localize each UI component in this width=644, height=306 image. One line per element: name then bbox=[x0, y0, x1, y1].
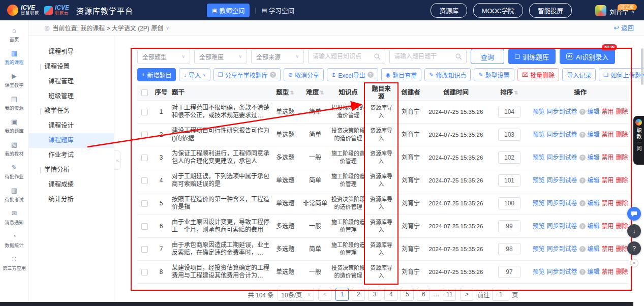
disable-link[interactable]: 禁用 bbox=[602, 131, 614, 139]
import-button[interactable]: ↓导入∨ bbox=[179, 68, 210, 81]
sidebar-item-data-statistics[interactable]: ◔数据统计 bbox=[0, 229, 28, 252]
menu-item-course-design[interactable]: 课程设计 bbox=[29, 118, 114, 133]
edit-link[interactable]: 编辑 bbox=[588, 246, 600, 253]
learning-space-tab[interactable]: ▤ 学习空间 bbox=[262, 6, 294, 15]
row-checkbox[interactable] bbox=[141, 223, 148, 230]
user-menu[interactable]: 正式版 刘育宁 ∨ bbox=[595, 4, 637, 17]
row-checkbox[interactable] bbox=[141, 246, 148, 253]
row-checkbox[interactable] bbox=[141, 109, 148, 115]
preview-link[interactable]: 预览 bbox=[532, 154, 544, 162]
row-order-input[interactable] bbox=[498, 266, 520, 278]
sidebar-item-my-resources[interactable]: ▤我的资源 bbox=[0, 92, 28, 115]
question-type-select[interactable]: 全部题型 ∨ bbox=[137, 49, 190, 64]
sync-to-paper-link[interactable]: 同步到试卷 bbox=[546, 200, 577, 207]
row-checkbox[interactable] bbox=[141, 132, 148, 138]
sidebar-item-my-textbooks[interactable]: ▧我的教材 bbox=[0, 138, 28, 161]
sync-to-paper-link[interactable]: 同步到试卷 bbox=[546, 177, 577, 185]
row-order-input[interactable] bbox=[498, 151, 520, 164]
difficulty-select[interactable]: 全部难度 ∨ bbox=[194, 49, 247, 64]
page-button-6[interactable]: 6 bbox=[417, 288, 430, 301]
sort-icon[interactable]: ⇅ bbox=[290, 89, 294, 97]
smart-screen-pill[interactable]: 智能投屏 bbox=[529, 3, 572, 18]
row-checkbox[interactable] bbox=[141, 269, 148, 276]
prev-page-button[interactable]: < bbox=[318, 288, 331, 301]
goto-page-input[interactable] bbox=[492, 288, 509, 301]
row-order-input[interactable] bbox=[498, 197, 520, 209]
edit-link[interactable]: 编辑 bbox=[588, 154, 600, 162]
row-order-input[interactable] bbox=[498, 106, 520, 118]
delete-link[interactable]: 删除 bbox=[616, 200, 628, 207]
question-type-settings-button[interactable]: ✎题型设置 bbox=[474, 68, 514, 81]
row-checkbox[interactable] bbox=[141, 177, 148, 184]
delete-link[interactable]: 删除 bbox=[616, 246, 628, 253]
menu-item-course-grades[interactable]: 课程成绩 bbox=[29, 177, 114, 192]
sync-to-paper-link[interactable]: 同步到试卷 bbox=[546, 268, 577, 276]
sync-to-paper-link[interactable]: 同步到试卷 bbox=[546, 154, 577, 162]
select-all-checkbox[interactable] bbox=[141, 89, 148, 96]
sync-to-paper-link[interactable]: 同步到试卷 bbox=[546, 246, 577, 253]
page-button-2[interactable]: 2 bbox=[352, 288, 365, 301]
delete-link[interactable]: 删除 bbox=[616, 108, 628, 116]
disable-link[interactable]: 禁用 bbox=[602, 223, 614, 230]
page-button-1[interactable]: 1 bbox=[335, 288, 349, 301]
row-order-input[interactable] bbox=[498, 129, 520, 141]
edit-link[interactable]: 编辑 bbox=[588, 131, 600, 139]
preview-link[interactable]: 预览 bbox=[532, 246, 544, 253]
page-button-11[interactable]: 11 bbox=[443, 288, 456, 301]
sync-to-paper-link[interactable]: 同步到试卷 bbox=[546, 108, 577, 116]
sidebar-item-home[interactable]: ⌂首页 bbox=[0, 23, 28, 46]
source-select[interactable]: 全部来源 ∨ bbox=[251, 49, 304, 64]
menu-item-statistical-analysis[interactable]: 统计分析 bbox=[29, 192, 114, 207]
page-button-3[interactable]: 3 bbox=[368, 288, 381, 301]
row-order-input[interactable] bbox=[498, 174, 520, 187]
sidebar-item-my-courses[interactable]: ▦我的课程 bbox=[0, 46, 28, 69]
modify-knowledge-button[interactable]: ✎修改知识点 bbox=[424, 68, 471, 81]
import-records-button[interactable]: 导入记录 bbox=[562, 68, 596, 81]
disable-link[interactable]: 禁用 bbox=[602, 246, 614, 253]
sidebar-item-messages[interactable]: ✉消息通知 bbox=[0, 206, 28, 229]
chat-button[interactable] bbox=[627, 207, 641, 221]
chevron-down-icon[interactable]: ∨ bbox=[166, 25, 169, 30]
page-size-select[interactable]: 10条/页 ∨ bbox=[278, 288, 314, 301]
preview-link[interactable]: 预览 bbox=[532, 131, 544, 139]
preview-link[interactable]: 预览 bbox=[532, 200, 544, 207]
disable-link[interactable]: 禁用 bbox=[602, 154, 614, 162]
sort-icon[interactable]: ⇅ bbox=[320, 89, 324, 97]
add-question-button[interactable]: +新增题目 bbox=[137, 68, 176, 81]
menu-collapse-toggle[interactable]: « bbox=[114, 150, 121, 170]
ai-recognition-button[interactable]: AI AI识别录入 bbox=[560, 49, 615, 64]
page-button-4[interactable]: 4 bbox=[384, 288, 397, 301]
scrollbar-thumb[interactable] bbox=[641, 48, 643, 85]
share-to-school-bank-button[interactable]: ❐分享至学校题库? bbox=[213, 68, 281, 81]
preview-link[interactable]: 预览 bbox=[532, 108, 544, 116]
help-button[interactable]: ? bbox=[627, 241, 641, 255]
menu-item-course-guide[interactable]: 课程引导 bbox=[29, 45, 114, 59]
page-button-5[interactable]: 5 bbox=[401, 288, 414, 301]
delete-link[interactable]: 删除 bbox=[616, 131, 628, 139]
sidebar-item-pending-exams[interactable]: ▥待批考试 bbox=[0, 183, 28, 206]
disable-link[interactable]: 禁用 bbox=[602, 268, 614, 276]
batch-delete-button[interactable]: ⌧批量删除 bbox=[517, 68, 560, 81]
preview-link[interactable]: 预览 bbox=[532, 268, 544, 276]
sidebar-item-third-party-apps[interactable]: ∷第三方应用 bbox=[0, 252, 28, 275]
train-bank-button[interactable]: ❏ 训练题库 bbox=[508, 49, 556, 64]
delete-link[interactable]: 删除 bbox=[616, 154, 628, 162]
menu-item-class-management[interactable]: 班级管理 bbox=[29, 89, 114, 104]
delete-link[interactable]: 删除 bbox=[616, 177, 628, 185]
edit-link[interactable]: 编辑 bbox=[588, 223, 600, 230]
resource-library-pill[interactable]: 资源库 bbox=[431, 3, 467, 18]
preview-link[interactable]: 预览 bbox=[532, 223, 544, 230]
sidebar-item-classroom-teaching[interactable]: ▶课堂教学 bbox=[0, 69, 28, 92]
disable-link[interactable]: 禁用 bbox=[602, 177, 614, 185]
how-to-upload-button[interactable]: ❏如何上传题库? bbox=[599, 68, 644, 81]
row-order-input[interactable] bbox=[498, 220, 520, 232]
close-button[interactable]: × bbox=[630, 259, 638, 267]
excel-export-button[interactable]: ↥Excel导出? bbox=[327, 68, 378, 81]
sidebar-item-pending-homework[interactable]: ✎待批作业 bbox=[0, 161, 28, 183]
edit-link[interactable]: 编辑 bbox=[588, 177, 600, 185]
next-page-button[interactable]: > bbox=[460, 288, 473, 301]
sidebar-item-my-question-bank[interactable]: ▣我的题库 bbox=[0, 115, 28, 138]
teacher-space-tab[interactable]: ▣ 教师空间 bbox=[207, 4, 250, 17]
edit-link[interactable]: 编辑 bbox=[588, 200, 600, 207]
menu-item-homework-exam[interactable]: 作业考试 bbox=[29, 148, 114, 163]
